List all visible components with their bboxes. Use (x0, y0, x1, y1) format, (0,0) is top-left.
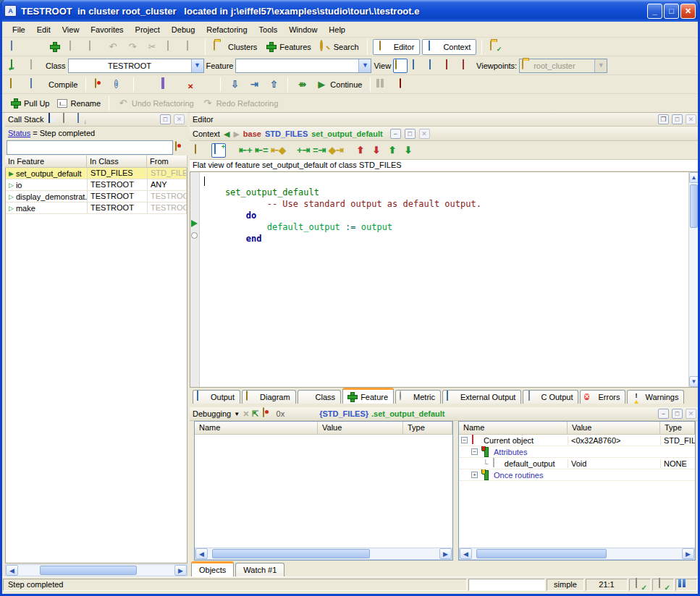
creatures-icon[interactable]: ◆⇥ (329, 145, 340, 156)
continue-button[interactable]: ▶Continue (313, 77, 365, 92)
paste-button[interactable] (182, 40, 200, 54)
scroll-down-icon[interactable]: ▼ (689, 376, 699, 387)
context-minimize-icon[interactable]: − (390, 129, 401, 139)
locals-column-headers[interactable]: Name Value Type (195, 422, 452, 435)
tab-objects[interactable]: Objects (191, 561, 234, 576)
scroll-right-icon[interactable]: ▶ (439, 548, 452, 559)
callees-icon[interactable]: +⇥ (297, 145, 308, 156)
follow-reference-icon[interactable]: ⇱ (252, 409, 258, 419)
step-out-button[interactable]: ⇧ (265, 77, 282, 92)
objects-column-name[interactable]: Name (459, 422, 568, 434)
editor-header[interactable]: Editor ❐ □ ✕ (190, 113, 699, 127)
call-stack-column-headers[interactable]: In Feature In Class From (5, 156, 187, 168)
undo-refactoring-button[interactable]: ↶Undo Refactoring (114, 96, 197, 111)
code-area[interactable]: set_output_default -- Use standard outpu… (190, 171, 699, 388)
class-history-back-button[interactable]: ↩ (7, 59, 24, 73)
debugging-close-icon[interactable]: ✕ (686, 409, 696, 419)
editor-close-icon[interactable]: ✕ (686, 114, 696, 124)
view-flat-contracts-button[interactable] (460, 59, 474, 73)
tab-errors[interactable]: ✕Errors (580, 390, 625, 404)
editor-maximize-icon[interactable]: □ (672, 114, 683, 124)
expand-icon[interactable]: + (471, 472, 478, 478)
debugging-header[interactable]: Debugging ▼ ✕ ⇱ 0x {STD_FILES}.set_outpu… (190, 407, 699, 421)
menu-help[interactable]: Help (323, 23, 351, 36)
add-class-button[interactable] (46, 40, 63, 54)
exception-message-input[interactable] (7, 140, 173, 155)
step-into-button[interactable]: ⇩ (226, 77, 243, 92)
save-all-button[interactable] (85, 40, 102, 54)
redo-refactoring-button[interactable]: ↷Redo Refactoring (199, 96, 282, 111)
context-maximize-icon[interactable]: □ (405, 129, 416, 139)
rename-button[interactable]: I...Rename (54, 96, 104, 111)
column-in-feature[interactable]: In Feature (5, 156, 87, 167)
locals-hscrollbar[interactable]: ◀ ▶ (195, 548, 452, 560)
descendant-versions-icon[interactable]: ⬇ (402, 145, 414, 156)
debugging-maximize-icon[interactable]: □ (672, 409, 683, 419)
view-clickable-button[interactable] (426, 59, 441, 73)
code-lines[interactable]: set_output_default -- Use standard outpu… (200, 172, 688, 387)
edit-feature-button[interactable] (193, 143, 207, 158)
view-flat-button[interactable] (410, 59, 424, 73)
call-stack-hscrollbar[interactable]: ◀ ▶ (5, 564, 187, 576)
external-editor-button[interactable]: ✓ (487, 40, 505, 54)
compilation-info-button[interactable]: i (111, 77, 128, 92)
table-row[interactable]: ▷io TESTROOT ANY (6, 179, 187, 191)
last-error-button[interactable] (91, 77, 109, 92)
debugging-menu-icon[interactable]: ▼ (234, 411, 240, 417)
breakpoint-slot-icon[interactable] (191, 232, 198, 239)
copy-call-stack-icon[interactable] (62, 114, 73, 125)
tab-feature[interactable]: Feature (342, 388, 394, 404)
editor-restore-icon[interactable]: ❐ (658, 114, 669, 124)
creators-icon[interactable]: ⇤◆ (271, 145, 282, 156)
crumb-class[interactable]: STD_FILES (265, 129, 308, 138)
project-settings-button[interactable] (7, 77, 24, 92)
locals-column-type[interactable]: Type (403, 422, 452, 434)
table-row[interactable]: ▷display_demonstrat... TESTROOT TESTROOT (6, 191, 187, 203)
history-back-icon[interactable]: ◀ (224, 129, 229, 139)
maximize-button[interactable]: □ (664, 4, 679, 19)
objects-column-headers[interactable]: Name Value Type (459, 422, 695, 435)
table-row[interactable]: ▶set_output_default STD_FILES STD_FILES (6, 168, 187, 179)
close-button[interactable]: ✕ (680, 4, 696, 19)
ancestor-versions-icon[interactable]: ⬆ (387, 145, 398, 156)
tree-row[interactable]: −Attributes (459, 446, 695, 458)
save-call-stack-icon[interactable] (47, 114, 59, 125)
cut-button[interactable]: ✂ (143, 40, 161, 54)
tree-row[interactable]: −Current object <0x32A8760> STD_FILES (459, 435, 695, 446)
context-toggle-button[interactable]: Context (422, 39, 476, 55)
tab-metric[interactable]: Metric (395, 390, 441, 404)
pause-button[interactable] (376, 77, 393, 92)
call-stack-close-icon[interactable]: ✕ (174, 114, 185, 124)
class-history-forward-button[interactable] (26, 59, 43, 73)
scroll-left-icon[interactable]: ◀ (6, 565, 18, 576)
history-forward-icon[interactable]: ▶ (233, 129, 239, 139)
tab-watch-1[interactable]: Watch #1 (235, 563, 284, 576)
breakpoints-tool-button[interactable] (198, 77, 215, 92)
menu-favorites[interactable]: Favorites (85, 23, 129, 36)
objects-hscrollbar[interactable]: ◀ ▶ (459, 548, 695, 560)
column-in-class[interactable]: In Class (87, 156, 147, 167)
stack-depth-icon[interactable]: ↓ (76, 114, 88, 125)
clusters-button[interactable]: Clusters (211, 40, 260, 54)
editor-gutter[interactable] (190, 172, 200, 387)
assignees-icon[interactable]: =⇥ (313, 145, 324, 156)
melt-button[interactable] (26, 77, 43, 92)
crumb-feature[interactable]: set_output_default (311, 129, 382, 138)
new-document-button[interactable] (7, 40, 24, 54)
menu-project[interactable]: Project (130, 23, 166, 36)
feature-combobox-arrow-icon[interactable]: ▼ (358, 59, 371, 72)
scroll-right-icon[interactable]: ▶ (682, 548, 694, 559)
ancestors-icon[interactable]: ⬆ (355, 145, 366, 156)
menu-edit[interactable]: Edit (31, 23, 56, 36)
features-button[interactable]: Features (262, 40, 313, 54)
step-over-button[interactable]: ⇥ (245, 77, 263, 92)
descendants-icon[interactable]: ⬇ (371, 145, 382, 156)
menu-debug[interactable]: Debug (166, 23, 201, 36)
compile-button[interactable]: Compile (46, 79, 80, 90)
copy-button[interactable] (163, 40, 180, 54)
table-row[interactable]: ▷make TESTROOT TESTROOT (6, 203, 187, 214)
scroll-left-icon[interactable]: ◀ (195, 548, 208, 559)
collapse-icon[interactable]: − (471, 448, 478, 455)
enable-breakpoints-button[interactable] (139, 77, 156, 92)
feature-combobox[interactable]: ▼ (235, 59, 371, 73)
